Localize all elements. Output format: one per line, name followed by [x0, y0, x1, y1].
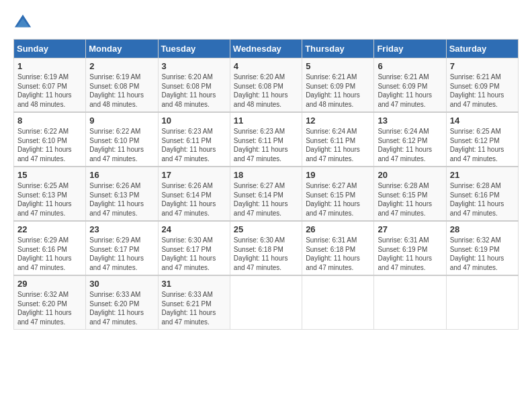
day-info: Sunrise: 6:28 AMSunset: 6:15 PMDaylight:…: [378, 182, 432, 217]
day-info: Sunrise: 6:25 AMSunset: 6:12 PMDaylight:…: [450, 128, 504, 163]
day-number: 17: [162, 170, 226, 180]
calendar-cell: 9 Sunrise: 6:22 AMSunset: 6:10 PMDayligh…: [86, 112, 158, 167]
day-number: 8: [17, 116, 82, 126]
day-number: 15: [17, 170, 82, 180]
day-number: 11: [234, 116, 298, 126]
calendar-cell: 1 Sunrise: 6:19 AMSunset: 6:07 PMDayligh…: [14, 58, 86, 113]
day-number: 10: [162, 116, 226, 126]
calendar-cell: 26 Sunrise: 6:31 AMSunset: 6:18 PMDaylig…: [302, 221, 374, 275]
calendar-cell: [302, 275, 374, 330]
calendar-cell: 31 Sunrise: 6:33 AMSunset: 6:21 PMDaylig…: [158, 275, 230, 330]
calendar-cell: 5 Sunrise: 6:21 AMSunset: 6:09 PMDayligh…: [302, 58, 374, 113]
day-info: Sunrise: 6:27 AMSunset: 6:14 PMDaylight:…: [234, 182, 288, 217]
day-info: Sunrise: 6:19 AMSunset: 6:07 PMDaylight:…: [17, 73, 72, 108]
calendar-cell: 28 Sunrise: 6:32 AMSunset: 6:19 PMDaylig…: [446, 221, 518, 275]
day-number: 31: [162, 279, 226, 289]
day-number: 28: [450, 224, 515, 234]
day-number: 1: [17, 61, 82, 71]
day-info: Sunrise: 6:32 AMSunset: 6:20 PMDaylight:…: [17, 291, 72, 326]
calendar-cell: [446, 275, 518, 330]
day-number: 18: [234, 170, 298, 180]
calendar-week-5: 29 Sunrise: 6:32 AMSunset: 6:20 PMDaylig…: [14, 275, 519, 330]
calendar-week-3: 15 Sunrise: 6:25 AMSunset: 6:13 PMDaylig…: [14, 167, 519, 221]
calendar-cell: 17 Sunrise: 6:26 AMSunset: 6:14 PMDaylig…: [158, 167, 230, 221]
day-number: 16: [89, 170, 154, 180]
day-info: Sunrise: 6:31 AMSunset: 6:18 PMDaylight:…: [306, 236, 360, 271]
calendar-cell: 13 Sunrise: 6:24 AMSunset: 6:12 PMDaylig…: [374, 112, 446, 167]
day-info: Sunrise: 6:29 AMSunset: 6:16 PMDaylight:…: [17, 236, 72, 271]
calendar-body: 1 Sunrise: 6:19 AMSunset: 6:07 PMDayligh…: [14, 58, 519, 330]
day-info: Sunrise: 6:19 AMSunset: 6:08 PMDaylight:…: [89, 73, 144, 108]
day-info: Sunrise: 6:23 AMSunset: 6:11 PMDaylight:…: [234, 128, 288, 163]
day-number: 22: [17, 224, 82, 234]
day-number: 23: [89, 224, 154, 234]
day-info: Sunrise: 6:20 AMSunset: 6:08 PMDaylight:…: [234, 73, 288, 108]
day-info: Sunrise: 6:29 AMSunset: 6:17 PMDaylight:…: [89, 236, 144, 271]
day-info: Sunrise: 6:28 AMSunset: 6:16 PMDaylight:…: [450, 182, 504, 217]
day-info: Sunrise: 6:21 AMSunset: 6:09 PMDaylight:…: [306, 73, 360, 108]
day-info: Sunrise: 6:32 AMSunset: 6:19 PMDaylight:…: [450, 236, 504, 271]
day-info: Sunrise: 6:25 AMSunset: 6:13 PMDaylight:…: [17, 182, 72, 217]
calendar-cell: 20 Sunrise: 6:28 AMSunset: 6:15 PMDaylig…: [374, 167, 446, 221]
calendar-cell: 15 Sunrise: 6:25 AMSunset: 6:13 PMDaylig…: [14, 167, 86, 221]
day-number: 30: [89, 279, 154, 289]
calendar-cell: 30 Sunrise: 6:33 AMSunset: 6:20 PMDaylig…: [86, 275, 158, 330]
calendar-week-1: 1 Sunrise: 6:19 AMSunset: 6:07 PMDayligh…: [14, 58, 519, 113]
calendar-cell: 29 Sunrise: 6:32 AMSunset: 6:20 PMDaylig…: [14, 275, 86, 330]
header-day-thursday: Thursday: [302, 40, 374, 58]
day-info: Sunrise: 6:21 AMSunset: 6:09 PMDaylight:…: [450, 73, 504, 108]
day-number: 26: [306, 224, 370, 234]
header-day-saturday: Saturday: [446, 40, 518, 58]
day-number: 13: [378, 116, 442, 126]
day-info: Sunrise: 6:21 AMSunset: 6:09 PMDaylight:…: [378, 73, 432, 108]
calendar-week-2: 8 Sunrise: 6:22 AMSunset: 6:10 PMDayligh…: [14, 112, 519, 167]
calendar-table: SundayMondayTuesdayWednesdayThursdayFrid…: [13, 39, 519, 330]
day-number: 5: [306, 61, 370, 71]
day-number: 7: [450, 61, 515, 71]
calendar-cell: 10 Sunrise: 6:23 AMSunset: 6:11 PMDaylig…: [158, 112, 230, 167]
day-number: 19: [306, 170, 370, 180]
header-day-tuesday: Tuesday: [158, 40, 230, 58]
day-info: Sunrise: 6:24 AMSunset: 6:11 PMDaylight:…: [306, 128, 360, 163]
calendar-cell: 12 Sunrise: 6:24 AMSunset: 6:11 PMDaylig…: [302, 112, 374, 167]
day-number: 27: [378, 224, 442, 234]
calendar-cell: [230, 275, 302, 330]
calendar-cell: 8 Sunrise: 6:22 AMSunset: 6:10 PMDayligh…: [14, 112, 86, 167]
day-number: 14: [450, 116, 515, 126]
day-number: 29: [17, 279, 82, 289]
calendar-cell: 14 Sunrise: 6:25 AMSunset: 6:12 PMDaylig…: [446, 112, 518, 167]
calendar-cell: 18 Sunrise: 6:27 AMSunset: 6:14 PMDaylig…: [230, 167, 302, 221]
page-header: [13, 13, 519, 32]
day-info: Sunrise: 6:30 AMSunset: 6:18 PMDaylight:…: [234, 236, 288, 271]
day-info: Sunrise: 6:30 AMSunset: 6:17 PMDaylight:…: [162, 236, 216, 271]
day-number: 9: [89, 116, 154, 126]
day-number: 6: [378, 61, 442, 71]
calendar-cell: 16 Sunrise: 6:26 AMSunset: 6:13 PMDaylig…: [86, 167, 158, 221]
day-info: Sunrise: 6:27 AMSunset: 6:15 PMDaylight:…: [306, 182, 360, 217]
calendar-header: SundayMondayTuesdayWednesdayThursdayFrid…: [14, 40, 519, 58]
calendar-cell: 25 Sunrise: 6:30 AMSunset: 6:18 PMDaylig…: [230, 221, 302, 275]
calendar-cell: 23 Sunrise: 6:29 AMSunset: 6:17 PMDaylig…: [86, 221, 158, 275]
calendar-cell: [374, 275, 446, 330]
day-info: Sunrise: 6:24 AMSunset: 6:12 PMDaylight:…: [378, 128, 432, 163]
header-day-monday: Monday: [86, 40, 158, 58]
day-info: Sunrise: 6:33 AMSunset: 6:21 PMDaylight:…: [162, 291, 216, 326]
calendar-cell: 2 Sunrise: 6:19 AMSunset: 6:08 PMDayligh…: [86, 58, 158, 113]
calendar-week-4: 22 Sunrise: 6:29 AMSunset: 6:16 PMDaylig…: [14, 221, 519, 275]
day-number: 21: [450, 170, 515, 180]
day-number: 25: [234, 224, 298, 234]
day-number: 3: [162, 61, 226, 71]
header-day-friday: Friday: [374, 40, 446, 58]
day-number: 24: [162, 224, 226, 234]
logo-icon: [13, 13, 32, 32]
header-day-wednesday: Wednesday: [230, 40, 302, 58]
header-day-sunday: Sunday: [14, 40, 86, 58]
calendar-cell: 19 Sunrise: 6:27 AMSunset: 6:15 PMDaylig…: [302, 167, 374, 221]
day-number: 4: [234, 61, 298, 71]
calendar-cell: 3 Sunrise: 6:20 AMSunset: 6:08 PMDayligh…: [158, 58, 230, 113]
calendar-cell: 6 Sunrise: 6:21 AMSunset: 6:09 PMDayligh…: [374, 58, 446, 113]
day-info: Sunrise: 6:31 AMSunset: 6:19 PMDaylight:…: [378, 236, 432, 271]
day-info: Sunrise: 6:22 AMSunset: 6:10 PMDaylight:…: [17, 128, 72, 163]
day-info: Sunrise: 6:26 AMSunset: 6:13 PMDaylight:…: [89, 182, 144, 217]
day-info: Sunrise: 6:23 AMSunset: 6:11 PMDaylight:…: [162, 128, 216, 163]
